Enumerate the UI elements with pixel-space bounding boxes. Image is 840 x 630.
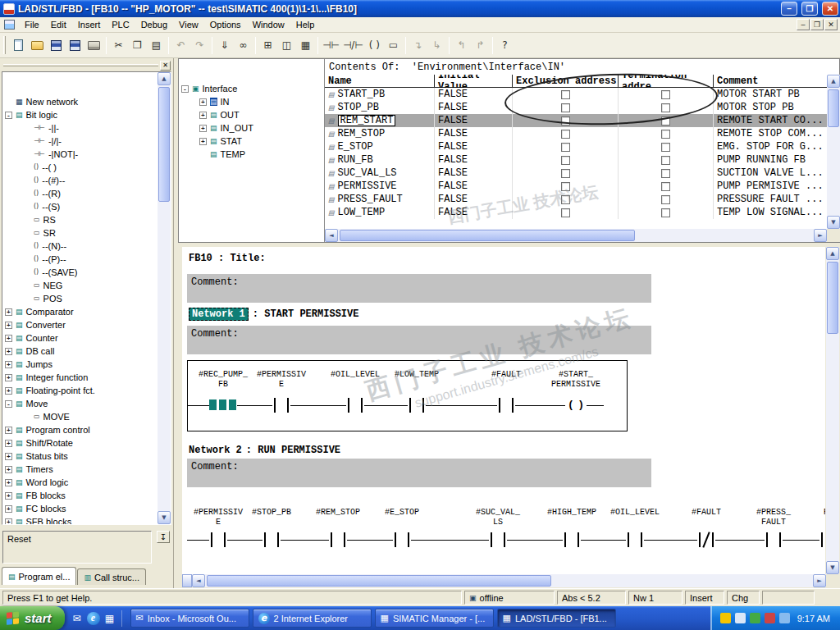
cut-icon[interactable]: ✂ bbox=[109, 36, 128, 55]
expand-icon[interactable] bbox=[5, 98, 12, 106]
tree-item[interactable]: ▭NEG bbox=[2, 279, 171, 292]
tree-item[interactable]: +▤SFB blocks bbox=[2, 515, 171, 525]
comment-box[interactable]: Comment: bbox=[187, 274, 651, 303]
menu-item-options[interactable]: Options bbox=[204, 18, 247, 31]
tree-item[interactable]: +▤FB blocks bbox=[2, 489, 171, 502]
tree-item[interactable]: -▤Move bbox=[2, 397, 171, 410]
exclusion-checkbox[interactable] bbox=[561, 103, 570, 112]
maximize-icon[interactable]: ❐ bbox=[801, 2, 818, 16]
termination-checkbox[interactable] bbox=[661, 143, 670, 152]
tree-item[interactable]: +▤Program control bbox=[2, 423, 171, 436]
antivirus-tray-icon[interactable] bbox=[765, 613, 775, 623]
tree-item[interactable]: ⊣⊢-|/|- bbox=[2, 135, 171, 148]
tree-item[interactable]: ()--( ) bbox=[2, 161, 171, 174]
editor-vscrollbar[interactable]: ▲ ▼ bbox=[826, 247, 839, 574]
table-row[interactable]: ▤E_STOPFALSEEMG. STOP FOR G... bbox=[325, 140, 827, 153]
expand-icon[interactable]: + bbox=[199, 98, 207, 106]
tree-item-out[interactable]: +▤OUT bbox=[179, 108, 324, 121]
tree-item-interface[interactable]: -▣Interface bbox=[179, 82, 324, 95]
program-elements-icon[interactable]: ◫ bbox=[277, 36, 296, 55]
empty-box-icon[interactable]: ▭ bbox=[384, 36, 403, 55]
scroll-up-icon[interactable]: ▲ bbox=[827, 75, 840, 88]
expand-icon[interactable]: + bbox=[5, 479, 12, 486]
termination-checkbox[interactable] bbox=[661, 90, 670, 99]
child-restore-icon[interactable]: ❐ bbox=[810, 19, 824, 30]
table-row[interactable]: ▤LOW_TEMPFALSETEMP LOW SIGNAL... bbox=[325, 206, 827, 219]
scrollbar-track[interactable] bbox=[158, 85, 171, 511]
tree-item[interactable]: +▤Integer function bbox=[2, 371, 171, 384]
table-row[interactable]: ▤PERMISSIVEFALSEPUMP PERMISIVE ... bbox=[325, 180, 827, 193]
menu-item-plc[interactable]: PLC bbox=[106, 18, 135, 31]
exclusion-checkbox[interactable] bbox=[561, 143, 570, 152]
taskbar-button-simatic-manager[interactable]: ▦SIMATIC Manager - [... bbox=[375, 609, 494, 628]
termination-checkbox[interactable] bbox=[661, 156, 670, 165]
table-row[interactable]: ▤START_PBFALSEMOTOR START PB bbox=[325, 88, 827, 101]
taskbar-button-lad-stl-fbd[interactable]: ▦LAD/STL/FBD - [FB1... bbox=[497, 609, 616, 628]
expand-icon[interactable]: + bbox=[5, 348, 12, 355]
expand-icon[interactable]: + bbox=[5, 505, 12, 513]
scrollbar-thumb[interactable] bbox=[158, 87, 170, 202]
exclusion-checkbox[interactable] bbox=[561, 116, 570, 126]
table-row-selected[interactable]: ▤REM_STARTFALSEREMOTE START CO... bbox=[325, 114, 827, 127]
scroll-down-icon[interactable]: ▼ bbox=[827, 216, 840, 229]
tree-item[interactable]: ()--(P)-- bbox=[2, 253, 171, 266]
tree-item[interactable]: ()--(N)-- bbox=[2, 240, 171, 253]
close-branch-icon[interactable]: ↳ bbox=[427, 36, 446, 55]
scrollbar-track[interactable] bbox=[205, 574, 813, 587]
redo-icon[interactable]: ↷ bbox=[190, 36, 209, 55]
document-icon[interactable] bbox=[4, 20, 15, 30]
address-overview-icon[interactable]: ▦ bbox=[296, 36, 315, 55]
open-folder-icon[interactable] bbox=[28, 36, 47, 55]
scroll-right-icon[interactable]: ► bbox=[813, 574, 826, 587]
start-button[interactable]: start bbox=[0, 606, 65, 630]
tree-item-in[interactable]: +▤IN bbox=[179, 95, 324, 108]
save-icon[interactable] bbox=[47, 36, 66, 55]
expand-icon[interactable]: + bbox=[5, 518, 12, 526]
tree-item[interactable]: +▤Counter bbox=[2, 331, 171, 345]
network-label[interactable]: Network 2 bbox=[189, 445, 242, 456]
termination-checkbox[interactable] bbox=[661, 116, 670, 126]
menu-item-help[interactable]: Help bbox=[290, 18, 321, 31]
toolbar-handle[interactable] bbox=[3, 36, 6, 54]
tree-item[interactable]: +▤FC blocks bbox=[2, 502, 171, 515]
tree-item[interactable]: +▤Shift/Rotate bbox=[2, 436, 171, 450]
termination-checkbox[interactable] bbox=[661, 182, 670, 191]
tree-item[interactable]: ▦New network bbox=[2, 95, 171, 108]
editor-hscrollbar[interactable]: ◄ ► bbox=[192, 574, 826, 587]
download-icon[interactable]: ⇓ bbox=[215, 36, 234, 55]
save-all-icon[interactable] bbox=[66, 36, 84, 55]
declaration-vscrollbar[interactable]: ▲ ▼ bbox=[827, 75, 840, 229]
tree-item-in-out[interactable]: +▤IN_OUT bbox=[179, 121, 324, 135]
volume-tray-icon[interactable] bbox=[779, 613, 790, 623]
termination-checkbox[interactable] bbox=[661, 103, 670, 112]
scroll-right-icon[interactable]: ► bbox=[814, 229, 827, 242]
table-row[interactable]: ▤RUN_FBFALSEPUMP RUNNING FB bbox=[325, 153, 827, 167]
copy-icon[interactable]: ❐ bbox=[128, 36, 147, 55]
scroll-down-icon[interactable]: ▼ bbox=[826, 561, 839, 574]
expand-icon[interactable]: + bbox=[5, 322, 12, 329]
drag-handle[interactable] bbox=[3, 64, 158, 66]
tree-item[interactable]: ()--(#)-- bbox=[2, 174, 171, 187]
expand-icon[interactable]: + bbox=[5, 492, 12, 500]
undo-icon[interactable]: ↶ bbox=[171, 36, 190, 55]
termination-checkbox[interactable] bbox=[661, 130, 670, 139]
expand-icon[interactable]: + bbox=[5, 361, 12, 368]
tree-item[interactable]: +▤DB call bbox=[2, 345, 171, 358]
tree-item[interactable]: ()--(SAVE) bbox=[2, 266, 171, 279]
message-tray-icon[interactable] bbox=[735, 613, 746, 623]
new-document-icon[interactable] bbox=[9, 36, 28, 55]
scroll-left-icon[interactable]: ◄ bbox=[192, 574, 205, 587]
expand-icon[interactable]: + bbox=[5, 374, 12, 381]
close-icon[interactable]: ✕ bbox=[822, 2, 838, 16]
expand-icon[interactable]: + bbox=[5, 440, 12, 447]
tree-item[interactable]: +▤Jumps bbox=[2, 358, 171, 371]
expand-icon[interactable]: + bbox=[199, 125, 207, 132]
network-label[interactable]: Network 1 bbox=[189, 308, 249, 321]
tree-item[interactable]: ▭RS bbox=[2, 213, 171, 226]
contact-no-icon[interactable]: ⊣⊢ bbox=[321, 36, 341, 55]
scrollbar-thumb[interactable] bbox=[827, 262, 838, 334]
exclusion-checkbox[interactable] bbox=[561, 130, 570, 139]
return-icon[interactable]: ↱ bbox=[471, 36, 490, 55]
comment-box[interactable]: Comment: bbox=[187, 326, 651, 354]
scroll-up-icon[interactable]: ▲ bbox=[158, 72, 171, 85]
